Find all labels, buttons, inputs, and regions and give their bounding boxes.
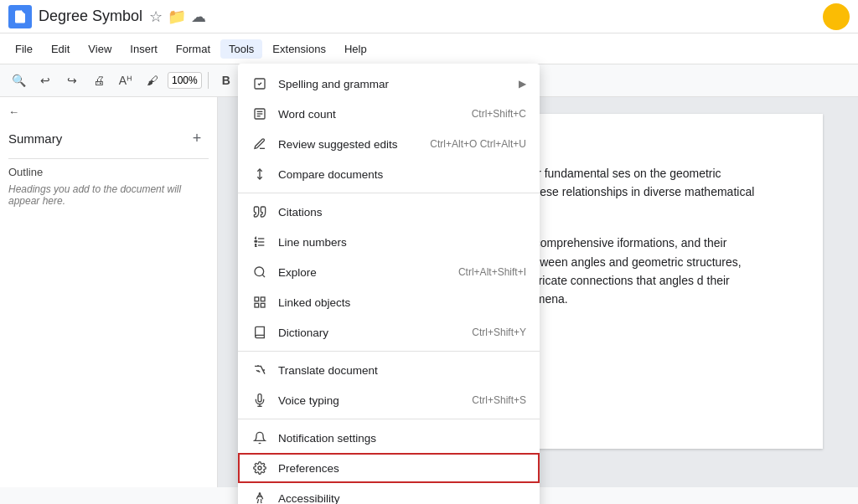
title-bar: Degree Symbol ☆ 📁 ☁ (0, 0, 858, 33)
folder-icon[interactable]: 📁 (168, 8, 186, 26)
back-arrow-icon: ← (8, 105, 19, 118)
notification-label: Notification settings (278, 432, 526, 445)
dictionary-label: Dictionary (278, 327, 462, 339)
menu-item-compare[interactable]: Compare documents (238, 159, 540, 189)
preferences-icon (251, 460, 268, 476)
title-actions: ☆ 📁 ☁ (149, 8, 206, 26)
explore-shortcut: Ctrl+Alt+Shift+I (458, 266, 526, 278)
menu-item-wordcount[interactable]: Word count Ctrl+Shift+C (238, 99, 540, 129)
sidebar-outline-title: Outline (8, 166, 209, 178)
voice-label: Voice typing (278, 394, 462, 407)
menu-edit[interactable]: Edit (43, 39, 78, 59)
sidebar-back-btn[interactable]: ← (8, 105, 209, 118)
undo-btn[interactable]: ↩ (34, 69, 57, 92)
menu-format[interactable]: Format (168, 39, 219, 59)
linked-icon (251, 294, 268, 311)
dropdown-divider-1 (238, 193, 540, 193)
menu-item-dictionary[interactable]: Dictionary Ctrl+Shift+Y (238, 317, 540, 347)
svg-rect-9 (255, 241, 257, 242)
explore-label: Explore (278, 266, 448, 279)
bold-btn[interactable]: B (214, 69, 238, 92)
menu-item-citations[interactable]: Citations (238, 197, 540, 227)
preferences-label: Preferences (278, 462, 526, 475)
menu-item-preferences[interactable]: Preferences (238, 453, 540, 483)
review-icon (251, 136, 268, 152)
compare-label: Compare documents (278, 168, 526, 181)
menu-item-review[interactable]: Review suggested edits Ctrl+Alt+O Ctrl+A… (238, 129, 540, 159)
menu-item-accessibility[interactable]: Accessibility (238, 483, 540, 504)
cloud-icon[interactable]: ☁ (191, 8, 206, 26)
citations-icon (251, 203, 268, 220)
citations-label: Citations (278, 206, 526, 219)
translate-icon (251, 362, 268, 378)
menu-file[interactable]: File (7, 39, 41, 59)
voice-shortcut: Ctrl+Shift+S (472, 394, 526, 406)
svg-point-19 (258, 466, 261, 470)
spelling-label: Spelling and grammar (278, 78, 509, 90)
menu-view[interactable]: View (80, 39, 120, 59)
spelling-arrow: ▶ (519, 78, 526, 90)
print-btn[interactable]: 🖨 (87, 69, 111, 92)
toolbar-divider-1 (208, 72, 209, 89)
svg-line-12 (262, 275, 265, 277)
svg-rect-13 (255, 297, 259, 301)
tools-dropdown: Spelling and grammar ▶ Word count Ctrl+S… (238, 64, 540, 504)
search-btn[interactable]: 🔍 (7, 69, 30, 92)
sidebar-summary-header: Summary + (8, 126, 209, 150)
dictionary-icon (251, 324, 268, 341)
svg-rect-15 (255, 303, 259, 307)
menu-item-linenumbers[interactable]: Line numbers (238, 227, 540, 257)
wordcount-shortcut: Ctrl+Shift+C (472, 108, 526, 120)
menu-item-linked[interactable]: Linked objects (238, 287, 540, 317)
sidebar: ← Summary + Outline Headings you add to … (0, 97, 218, 487)
review-shortcut: Ctrl+Alt+O Ctrl+Alt+U (430, 138, 526, 150)
sidebar-divider (8, 158, 209, 159)
menu-insert[interactable]: Insert (121, 39, 166, 59)
menu-bar: File Edit View Insert Format Tools Exten… (0, 33, 858, 64)
voice-icon (251, 392, 268, 409)
sidebar-add-btn[interactable]: + (185, 126, 209, 150)
sidebar-outline-hint: Headings you add to the document will ap… (8, 183, 209, 207)
linenumbers-label: Line numbers (278, 236, 526, 249)
accessibility-icon (251, 490, 268, 504)
spelling-icon (251, 75, 268, 92)
notification-icon (251, 429, 268, 446)
menu-tools[interactable]: Tools (220, 39, 262, 59)
menu-extensions[interactable]: Extensions (264, 39, 334, 59)
star-icon[interactable]: ☆ (149, 8, 163, 26)
doc-icon (8, 5, 32, 28)
paintformat-btn[interactable]: 🖌 (141, 69, 164, 92)
review-label: Review suggested edits (278, 138, 420, 151)
document-title: Degree Symbol (39, 8, 142, 25)
wordcount-label: Word count (278, 108, 462, 121)
translate-label: Translate document (278, 364, 526, 377)
linenumbers-icon (251, 234, 268, 250)
menu-item-voice[interactable]: Voice typing Ctrl+Shift+S (238, 385, 540, 415)
svg-rect-16 (261, 303, 265, 307)
user-avatar[interactable] (823, 3, 850, 30)
menu-item-translate[interactable]: Translate document (238, 355, 540, 385)
zoom-selector[interactable]: 100% (168, 72, 202, 89)
dropdown-divider-2 (238, 351, 540, 352)
sidebar-summary-title: Summary (8, 131, 62, 146)
accessibility-label: Accessibility (278, 492, 526, 505)
compare-icon (251, 166, 268, 183)
dropdown-divider-3 (238, 419, 540, 419)
menu-help[interactable]: Help (336, 39, 375, 59)
svg-point-11 (255, 267, 264, 276)
menu-item-notification[interactable]: Notification settings (238, 423, 540, 453)
redo-btn[interactable]: ↪ (60, 69, 84, 92)
menu-item-explore[interactable]: Explore Ctrl+Alt+Shift+I (238, 257, 540, 287)
svg-rect-14 (261, 297, 265, 301)
explore-icon (251, 264, 268, 280)
wordcount-icon (251, 105, 268, 122)
spellcheck-btn[interactable]: Aᵸ (114, 69, 137, 92)
menu-item-spelling[interactable]: Spelling and grammar ▶ (238, 69, 540, 99)
dictionary-shortcut: Ctrl+Shift+Y (472, 327, 526, 338)
linked-label: Linked objects (278, 296, 526, 309)
